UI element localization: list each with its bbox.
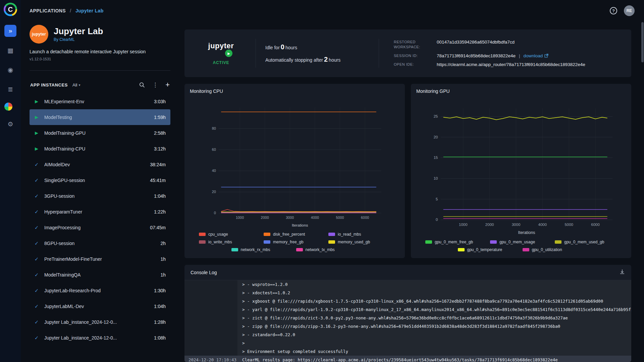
cpu-chart[interactable]: 020406080100020003000400050006000Iterati…	[190, 95, 399, 231]
instance-row[interactable]: ▶ModelTraining-GPU2:58h	[30, 125, 170, 141]
idle-status-text: Idle for0hours	[265, 43, 369, 51]
svg-text:25: 25	[434, 114, 438, 118]
models-icon[interactable]: ◉	[4, 64, 16, 76]
instance-name: HyperparamTuner	[44, 209, 149, 215]
instance-row[interactable]: ✓SingleGPU-session45:41m	[30, 172, 170, 188]
console-log-body[interactable]: > - wsproto==1.2.0> - xdoctest==1.0.2> -…	[184, 280, 631, 362]
clearml-logo-icon[interactable]: C	[4, 3, 17, 16]
instance-row[interactable]: ✓AIModelDev38:24m	[30, 157, 170, 172]
instance-duration: 1h	[160, 272, 166, 278]
breadcrumb-separator: /	[70, 8, 71, 13]
svg-text:5: 5	[436, 197, 438, 201]
legend-label: gpu_0_mem_usage	[499, 240, 535, 244]
cpu-chart[interactable]: 020406080100020003000400050006000Iterati…	[190, 95, 399, 231]
instance-row[interactable]: ✓JupyterLab-Research-Prod1:30h	[30, 283, 170, 298]
projects-icon[interactable]: ▦	[4, 44, 16, 56]
legend-item[interactable]: gpu_0_mem_free_gb	[425, 240, 487, 244]
instance-row[interactable]: ✓JupyterLabML-Dev1:04h	[30, 298, 170, 314]
gpu-chart[interactable]: 0510152025100020003000400050006000Iterat…	[416, 95, 626, 238]
legend-swatch	[296, 248, 303, 251]
legend-label: cpu_usage	[208, 232, 228, 237]
app-description: Launch a detachable remote interactive J…	[30, 49, 170, 54]
download-workspace-link[interactable]: download	[524, 53, 549, 58]
legend-swatch	[231, 248, 238, 251]
legend-item[interactable]: gpu_0_mem_used_gb	[555, 240, 617, 244]
log-text: > - zict @ file:///rapids/zict-3.0.0-py2…	[237, 315, 631, 320]
instance-row[interactable]: ✓3GPU-session1:04h	[30, 188, 170, 204]
instance-row[interactable]: ▶ModelTesting1:59h	[30, 109, 170, 125]
legend-item[interactable]: io_write_mbs	[199, 240, 261, 244]
legend-swatch	[555, 240, 561, 244]
instance-name: ModelTraining-CPU	[44, 146, 149, 152]
session-id-value: 78a71713f6914c85b68dec1893822e4e	[437, 53, 516, 58]
instance-name: 3GPU-session	[44, 193, 149, 199]
page-scrollbar[interactable]	[641, 22, 644, 62]
instances-filter-dropdown[interactable]: All ▾	[72, 82, 80, 87]
instance-row[interactable]: ▶MLExperiment-Env3:03h	[30, 94, 170, 109]
pipelines-icon[interactable]: ≣	[4, 83, 16, 95]
instance-name: PreTrainerModel-FineTuner	[44, 256, 156, 262]
svg-text:5000: 5000	[336, 216, 344, 220]
svg-text:80: 80	[212, 126, 216, 130]
hyperdatasets-icon[interactable]	[4, 103, 12, 111]
gpu-chart[interactable]: 0510152025100020003000400050006000Iterat…	[416, 95, 626, 238]
instance-duration: 1:08h	[154, 335, 166, 341]
legend-item[interactable]: gpu_0_mem_usage	[490, 240, 552, 244]
legend-item[interactable]: gpu_0_utilization	[523, 247, 585, 252]
field-label: SESSION ID:	[394, 53, 437, 58]
legend-label: gpu_0_mem_free_gb	[435, 240, 473, 244]
instance-row[interactable]: ✓PreTrainerModel-FineTuner1h	[30, 251, 170, 267]
instance-row[interactable]: ✓8GPU-session2h	[30, 235, 170, 251]
status-completed-icon: ✓	[34, 193, 40, 199]
avatar[interactable]: RE	[624, 5, 635, 16]
instance-row[interactable]: ✓Jupyter Lab_instance_2024-12-0...1:28h	[30, 314, 170, 330]
legend-item[interactable]: memory_used_gb	[328, 240, 390, 244]
page-title: Jupyter Lab	[54, 26, 103, 36]
open-ide-row: OPEN IDE: https://clearml.acme.ai/app_ro…	[394, 62, 620, 67]
legend-item[interactable]: network_rx_mbs	[231, 247, 293, 252]
app-byline-link[interactable]: By ClearML	[54, 37, 103, 42]
instance-row[interactable]: ✓Jupyter Lab_instance_2024-12-0...1:08h	[30, 330, 170, 346]
legend-item[interactable]: io_read_mbs	[328, 232, 390, 237]
instance-row[interactable]: ✓ModelTrainingQA1h	[30, 267, 170, 283]
console-log-line: > - zict @ file:///rapids/zict-3.0.0-py2…	[184, 314, 631, 322]
add-instance-button[interactable]: +	[165, 80, 170, 89]
instance-duration: 1:59h	[154, 115, 166, 120]
instance-duration: 1h	[160, 256, 166, 262]
legend-item[interactable]: gpu_0_temperature	[458, 247, 520, 252]
legend-item[interactable]: cpu_usage	[199, 232, 261, 237]
search-icon[interactable]	[139, 82, 145, 88]
instance-name: SingleGPU-session	[44, 178, 145, 183]
instance-name: ModelTesting	[44, 115, 149, 120]
breadcrumb-applications[interactable]: APPLICATIONS	[30, 8, 66, 13]
open-ide-url[interactable]: https://clearml.acme.ai/app_router/78a71…	[437, 62, 585, 67]
instance-name: ModelTrainingQA	[44, 272, 156, 278]
help-icon[interactable]: ?	[610, 7, 617, 14]
legend-swatch	[199, 233, 206, 236]
divider	[256, 39, 256, 68]
applications-icon[interactable]: »	[4, 25, 16, 37]
legend-label: network_tx_mbs	[306, 247, 335, 252]
svg-text:60: 60	[212, 147, 216, 152]
svg-text:6000: 6000	[591, 223, 600, 227]
status-completed-icon: ✓	[34, 162, 40, 168]
instance-row[interactable]: ✓ImageProcessing07:45m	[30, 220, 170, 235]
kebab-menu-icon[interactable]: ⋮	[152, 81, 158, 88]
instance-row[interactable]: ▶ModelTraining-CPU3:12h	[30, 141, 170, 157]
workers-queues-icon[interactable]: ⚙	[4, 118, 16, 130]
instance-row[interactable]: ✓HyperparamTuner1:22h	[30, 204, 170, 220]
instance-duration: 38:24m	[150, 162, 166, 167]
download-log-icon[interactable]	[619, 269, 625, 276]
legend-item[interactable]: disk_free_percent	[264, 232, 326, 237]
charts-row: Monitoring CPU 0204060801000200030004000…	[184, 84, 631, 258]
breadcrumb-current: Jupyter Lab	[75, 8, 104, 13]
legend-label: memory_used_gb	[338, 240, 370, 244]
legend-label: gpu_0_temperature	[467, 247, 502, 252]
status-completed-icon: ✓	[34, 303, 40, 309]
legend-item[interactable]: network_tx_mbs	[296, 247, 358, 252]
legend-swatch	[264, 233, 270, 236]
restored-workspace-value: 00147a1d33594286a65074dbfbdfa7cd	[437, 40, 515, 45]
legend-item[interactable]: memory_free_gb	[264, 240, 326, 244]
status-running-icon: ▶	[34, 146, 40, 151]
instance-duration: 1:04h	[154, 304, 166, 309]
